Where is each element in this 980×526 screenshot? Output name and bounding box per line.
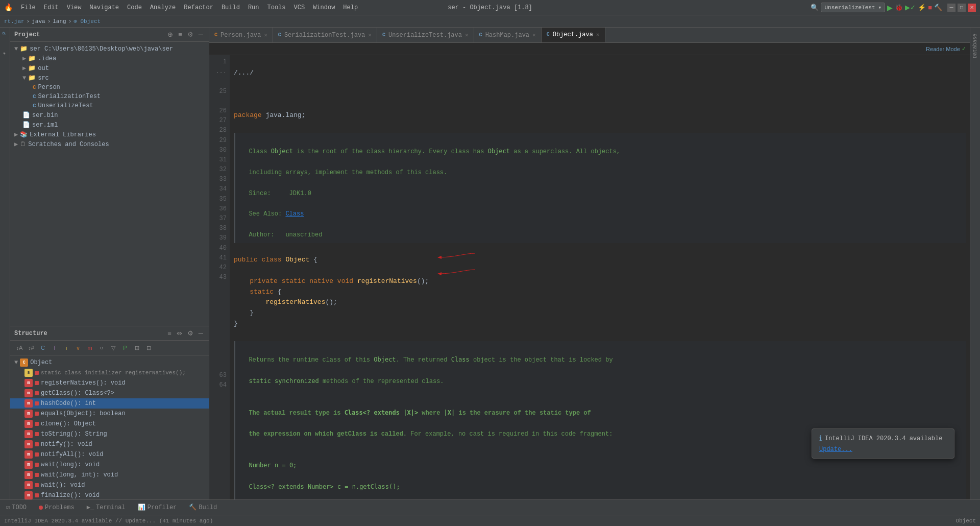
tab-person[interactable]: C Person.java ✕: [209, 28, 273, 42]
tree-item-serialization[interactable]: C SerializationTest: [10, 92, 209, 101]
menu-refactor[interactable]: Refactor: [181, 3, 216, 12]
structure-settings-button[interactable]: ⚙: [186, 329, 195, 338]
struct-item-2[interactable]: m getClass(): Class<?>: [10, 388, 209, 398]
collapse-all-struct-button[interactable]: ⊟: [143, 343, 154, 353]
breadcrumb-lang[interactable]: lang: [53, 18, 66, 25]
tree-item-serbin[interactable]: 📄 ser.bin: [10, 110, 209, 120]
menu-help[interactable]: Help: [340, 3, 361, 12]
menu-view[interactable]: View: [64, 3, 85, 12]
menu-window[interactable]: Window: [310, 3, 338, 12]
tree-arrow: ▶: [22, 64, 26, 72]
breadcrumb-java[interactable]: java: [32, 18, 45, 25]
search-icon[interactable]: 🔍: [811, 4, 819, 12]
favorites-tab-icon[interactable]: ★: [1, 49, 9, 59]
menu-file[interactable]: File: [18, 3, 39, 12]
struct-item-0[interactable]: s static class initializer registerNativ…: [10, 368, 209, 378]
struct-item-10[interactable]: m wait(long, int): void: [10, 470, 209, 480]
project-settings-button[interactable]: ⚙: [186, 30, 195, 39]
tree-root[interactable]: ▼ 📁 ser C:\Users\86135\Desktop\web\java\…: [10, 44, 209, 54]
menu-build[interactable]: Build: [218, 3, 243, 12]
tab-object[interactable]: C Object.java ✕: [542, 28, 605, 42]
right-tab-database[interactable]: Database: [971, 30, 979, 62]
locate-file-button[interactable]: ⊕: [166, 30, 175, 39]
close-button[interactable]: ✕: [968, 4, 976, 12]
struct-item-12[interactable]: m finalize(): void: [10, 490, 209, 499]
breadcrumb-rt[interactable]: rt.jar: [4, 18, 24, 25]
tab-person-close[interactable]: ✕: [264, 32, 267, 38]
tree-item-out[interactable]: ▶ 📁 out: [10, 63, 209, 73]
problems-button[interactable]: Problems: [37, 503, 77, 512]
menu-tools[interactable]: Tools: [264, 3, 289, 12]
tree-item-src[interactable]: ▼ 📁 src: [10, 73, 209, 83]
show-public-button[interactable]: P: [120, 343, 130, 353]
tree-root-arrow: ▼: [14, 45, 18, 53]
terminal-button[interactable]: ▶_ Terminal: [85, 503, 128, 512]
profiler-button[interactable]: 📊 Profiler: [136, 503, 179, 512]
tree-item-external[interactable]: ▶ 📚 External Libraries: [10, 130, 209, 139]
struct-root-arrow: ▼: [14, 359, 18, 366]
show-field-button[interactable]: f: [50, 343, 60, 353]
status-message[interactable]: IntelliJ IDEA 2020.3.4 available // Upda…: [4, 518, 213, 524]
sort-order-button[interactable]: ↕#: [26, 343, 36, 353]
run-config-dropdown[interactable]: UnserializeTest ▾: [821, 3, 885, 12]
struct-lock-4: [35, 412, 39, 416]
struct-item-6[interactable]: m toString(): String: [10, 429, 209, 439]
structure-align-button[interactable]: ⇔: [175, 329, 184, 338]
structure-close-button[interactable]: ─: [197, 329, 205, 338]
coverage-button[interactable]: ▶✓: [905, 4, 916, 11]
reader-mode-check: ✓: [962, 45, 966, 53]
struct-item-4[interactable]: m equals(Object): boolean: [10, 409, 209, 419]
menu-run[interactable]: Run: [245, 3, 262, 12]
tab-object-close[interactable]: ✕: [596, 31, 600, 38]
show-anon-button[interactable]: ○: [96, 343, 107, 353]
struct-item-1[interactable]: m registerNatives(): void: [10, 378, 209, 388]
project-close-button[interactable]: ─: [197, 30, 205, 39]
stop-button[interactable]: ■: [928, 4, 932, 11]
tree-item-seriml[interactable]: 📄 ser.iml: [10, 120, 209, 130]
tree-item-idea[interactable]: ▶ 📁 .idea: [10, 54, 209, 63]
struct-item-7[interactable]: m notify(): void: [10, 439, 209, 449]
show-info-button[interactable]: i: [61, 343, 71, 353]
notif-update-link[interactable]: Update...: [819, 446, 852, 453]
tree-item-person[interactable]: C Person: [10, 83, 209, 92]
collapse-all-button[interactable]: ≡: [177, 30, 184, 39]
show-method-button[interactable]: m: [85, 343, 95, 353]
run-button[interactable]: ▶: [887, 4, 893, 12]
structure-sort-button[interactable]: ≡: [166, 329, 173, 338]
menu-navigate[interactable]: Navigate: [86, 3, 122, 12]
tree-item-scratches[interactable]: ▶ 🗒 Scratches and Consoles: [10, 139, 209, 149]
tab-unserialize[interactable]: C UnserializeTest.java ✕: [377, 28, 474, 42]
maximize-button[interactable]: □: [958, 4, 966, 12]
build-button[interactable]: 🔨: [934, 4, 942, 11]
show-class-button[interactable]: C: [38, 343, 48, 353]
tab-serialization[interactable]: C SerializationTest.java ✕: [273, 28, 377, 42]
todo-button[interactable]: ☑ TODO: [4, 503, 29, 512]
struct-root[interactable]: ▼ C Object: [10, 357, 209, 368]
tab-unserial-label: UnserializeTest.java: [388, 32, 462, 39]
struct-item-9[interactable]: m wait(long): void: [10, 460, 209, 470]
show-inherited-button[interactable]: ▽: [108, 343, 118, 353]
struct-item-3[interactable]: m hashCode(): int: [10, 398, 209, 409]
tab-unserial-close[interactable]: ✕: [465, 32, 469, 38]
show-variable-button[interactable]: v: [73, 343, 83, 353]
tree-item-unserialize[interactable]: C UnserializeTest: [10, 101, 209, 110]
expand-all-button[interactable]: ⊞: [132, 343, 142, 353]
menu-vcs[interactable]: VCS: [291, 3, 308, 12]
build-button-bottom[interactable]: 🔨 Build: [187, 503, 219, 512]
tab-serial-close[interactable]: ✕: [368, 32, 372, 38]
breadcrumb-object[interactable]: ⊕ Object: [74, 18, 101, 25]
project-tab-icon[interactable]: P: [1, 30, 9, 37]
sort-alpha-button[interactable]: ↕A: [14, 343, 24, 353]
struct-item-8[interactable]: m notifyAll(): void: [10, 449, 209, 460]
tab-hashmap-close[interactable]: ✕: [532, 32, 536, 38]
menu-edit[interactable]: Edit: [41, 3, 62, 12]
struct-item-11[interactable]: m wait(): void: [10, 480, 209, 490]
minimize-button[interactable]: ─: [947, 4, 955, 12]
profile-button[interactable]: ⚡: [918, 4, 926, 11]
menu-analyze[interactable]: Analyze: [147, 3, 179, 12]
struct-item-5[interactable]: m clone(): Object: [10, 419, 209, 429]
debug-button[interactable]: 🐞: [895, 4, 903, 11]
menu-code[interactable]: Code: [124, 3, 145, 12]
tab-hashmap[interactable]: C HashMap.java ✕: [474, 28, 542, 42]
reader-mode-button[interactable]: Reader Mode: [926, 46, 960, 52]
